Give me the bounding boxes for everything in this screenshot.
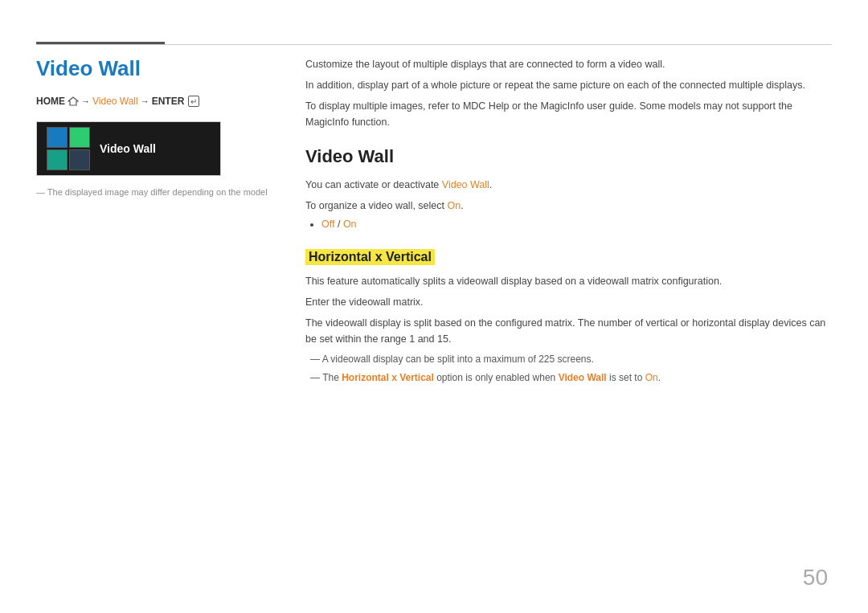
top-divider [36,44,832,45]
feature-text: This feature automatically splits a vide… [305,273,832,290]
horizontal-vertical-title: Horizontal x Vertical [305,249,435,265]
preview-label: Video Wall [100,142,156,155]
off-option: Off [321,219,334,230]
note-line-2: The Horizontal x Vertical option is only… [305,370,832,386]
note-line-1: A videowall display can be split into a … [305,352,832,367]
breadcrumb-enter: ENTER [152,96,185,107]
organize-text: To organize a video wall, select On. [305,198,832,215]
left-panel: Video Wall HOME → Video Wall → ENTER Vid… [36,56,285,197]
page-title: Video Wall [36,56,285,81]
on-link-note: On [645,372,658,383]
right-panel: Customize the layout of multiple display… [305,56,832,389]
icon-cell-dark [69,149,90,170]
activate-suffix: . [489,179,492,190]
preview-icon [47,127,90,170]
subsection-title: Horizontal x Vertical [305,238,832,273]
breadcrumb-home: HOME [36,96,65,107]
svg-marker-0 [68,97,78,105]
home-icon [68,96,79,106]
breadcrumb-arrow1: → [81,96,90,106]
breadcrumb-videowall: Video Wall [92,96,138,107]
enter-matrix-text: Enter the videowall matrix. [305,294,832,311]
section-title: Video Wall [305,146,832,167]
breadcrumb-arrow2: → [141,96,149,106]
activate-text: You can activate or deactivate Video Wal… [305,177,832,194]
on-off-item: Off / On [321,219,832,230]
on-off-list: Off / On [321,219,832,230]
icon-cell-blue [47,127,68,148]
intro-line-2: In addition, display part of a whole pic… [305,77,832,93]
hv-link-note: Horizontal x Vertical [342,372,434,383]
note-1-text: A videowall display can be split into a … [322,353,594,365]
page-number: 50 [803,565,828,591]
breadcrumb: HOME → Video Wall → ENTER [36,96,285,107]
image-note: ― The displayed image may differ dependi… [36,187,285,197]
videowall-link: Video Wall [442,179,489,190]
organize-prefix: To organize a video wall, select [305,200,447,211]
organize-suffix: . [461,200,463,211]
on-option: On [343,219,357,230]
vw-link-note: Video Wall [559,372,607,383]
intro-line-1: Customize the layout of multiple display… [305,56,832,72]
enter-icon [188,96,199,107]
split-text: The videowall display is split based on … [305,315,832,348]
icon-cell-green [69,127,90,148]
on-link: On [447,200,461,211]
activate-prefix: You can activate or deactivate [305,179,442,190]
intro-line-3: To display multiple images, refer to MDC… [305,98,832,130]
preview-box: Video Wall [36,121,221,176]
icon-cell-teal [47,149,68,170]
